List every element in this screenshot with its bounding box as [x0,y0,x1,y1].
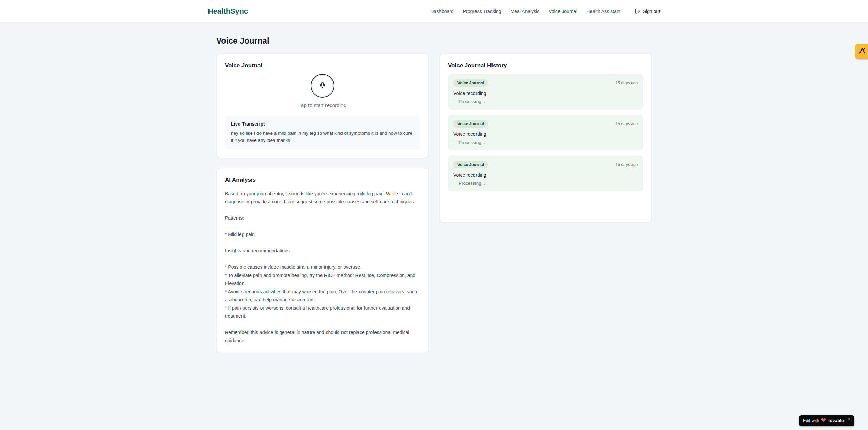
history-entry[interactable]: Voice Journal 15 days ago Voice recordin… [448,115,643,150]
nav-item-dashboard[interactable]: Dashboard [430,9,454,14]
ai-analysis-card: AI Analysis Based on your journal entry,… [216,168,429,353]
recorder-card-title: Voice Journal [225,62,420,69]
lambda-logo-icon [858,47,866,56]
lovable-brand-label: lovable [828,418,844,423]
nav-item-meal-analysis[interactable]: Meal Analysis [511,9,540,14]
analysis-paragraph: * Possible causes include muscle strain,… [225,263,420,320]
main-content: Voice Journal Voice Journal [216,22,652,353]
entry-type-badge: Voice Journal [453,120,488,128]
entry-label: Voice recording [453,131,638,137]
top-nav: HealthSync Dashboard Progress Tracking M… [0,0,868,22]
log-out-icon [635,8,640,14]
heart-icon [821,417,826,424]
nav-links: Dashboard Progress Tracking Meal Analysi… [430,8,660,14]
close-icon[interactable]: × [848,417,850,421]
history-entry[interactable]: Voice Journal 15 days ago Voice recordin… [448,155,643,191]
history-card-title: Voice Journal History [448,62,643,69]
brand-logo[interactable]: HealthSync [208,7,248,16]
record-button[interactable] [311,74,334,98]
sign-out-label: Sign out [643,9,660,14]
live-transcript-box: Live Transcript hey so like I do have a … [225,116,420,149]
nav-item-health-assistant[interactable]: Health Assistant [586,9,620,14]
entry-label: Voice recording [453,172,638,178]
entry-timestamp: 15 days ago [616,81,638,85]
analysis-paragraph: Patterns: [225,214,420,222]
live-transcript-text: hey so like I do have a mild pain in my … [231,130,414,144]
analysis-paragraph: Based on your journal entry, it sounds l… [225,189,420,206]
entry-timestamp: 15 days ago [616,162,638,167]
entry-type-badge: Voice Journal [453,161,488,168]
analysis-paragraph: * Mild leg pain [225,230,420,238]
ai-analysis-body: Based on your journal entry, it sounds l… [225,189,420,345]
side-panel-badge[interactable] [855,44,868,59]
nav-item-progress-tracking[interactable]: Progress Tracking [463,9,501,14]
entry-timestamp: 15 days ago [616,121,638,126]
analysis-paragraph: Insights and recommendations: [225,247,420,255]
entry-label: Voice recording [453,90,638,96]
history-entry[interactable]: Voice Journal 15 days ago Voice recordin… [448,74,643,110]
microphone-icon [319,82,326,90]
page-title: Voice Journal [216,35,652,46]
entry-status: Processing... [454,181,638,186]
tap-to-record-hint: Tap to start recording [299,102,347,108]
voice-recorder-card: Voice Journal Tap to start recording [216,54,429,158]
nav-item-voice-journal[interactable]: Voice Journal [549,9,577,14]
lovable-prefix-label: Edit with [803,418,819,423]
sign-out-button[interactable]: Sign out [635,8,660,14]
voice-journal-history-card: Voice Journal History Voice Journal 15 d… [439,54,652,223]
analysis-paragraph: Remember, this advice is general in natu… [225,328,420,345]
entry-type-badge: Voice Journal [453,79,488,87]
history-list: Voice Journal 15 days ago Voice recordin… [448,74,643,191]
entry-status: Processing... [454,99,638,104]
entry-status: Processing... [454,140,638,145]
live-transcript-title: Live Transcript [231,121,414,127]
ai-analysis-title: AI Analysis [225,177,420,183]
edit-with-lovable-badge[interactable]: Edit with lovable × [799,415,854,426]
